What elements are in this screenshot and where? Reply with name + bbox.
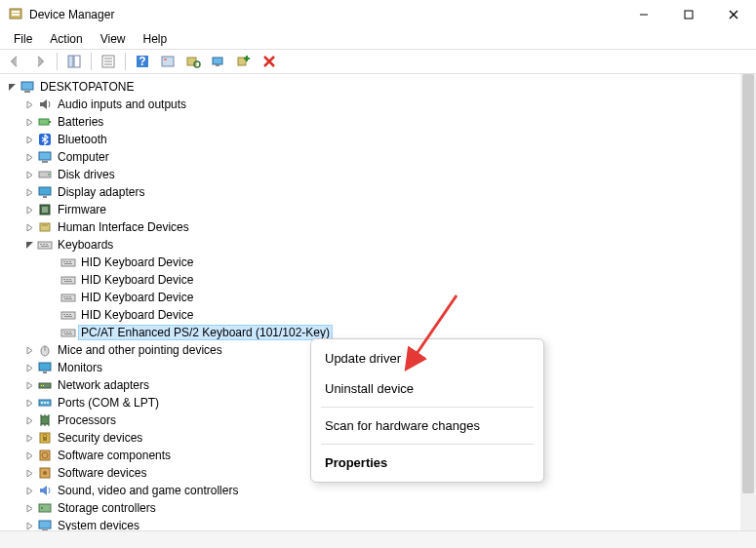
tree-item-label: Keyboards [58,238,113,252]
expand-icon[interactable] [23,520,35,530]
tree-category[interactable]: Display adapters [0,183,756,201]
tree-category[interactable]: Firmware [0,201,756,218]
context-separator [321,444,534,445]
expand-icon[interactable] [23,151,35,163]
expand-icon[interactable] [23,450,35,461]
context-properties[interactable]: Properties [311,448,543,478]
context-separator [321,407,534,408]
tree-item-label: Display adapters [58,185,144,199]
battery-icon [37,114,53,130]
firmware-icon [37,202,53,217]
tree-item-label: Computer [58,150,109,164]
tree-category[interactable]: Keyboards [0,236,756,254]
expand-icon[interactable] [23,186,35,198]
show-hide-tree-button[interactable] [63,51,85,72]
tree-item-label: Storage controllers [58,501,156,515]
expand-icon[interactable] [23,379,35,391]
tree-item-label: Software components [58,449,171,462]
help-button[interactable]: ? [132,51,153,72]
tree-item-label: Batteries [58,115,103,129]
collapse-icon[interactable] [23,239,35,251]
svg-rect-8 [74,56,80,67]
menu-file[interactable]: File [6,30,40,48]
menu-help[interactable]: Help [136,30,176,48]
tree-root-node[interactable]: DESKTOPATONE [0,78,756,96]
toolbar-separator [57,53,58,70]
svg-rect-15 [162,57,174,66]
tree-item-label: Sound, video and game controllers [58,484,238,497]
toolbar-separator [91,53,92,70]
monitor-icon [37,360,53,375]
close-button[interactable] [711,0,756,29]
tree-device[interactable]: HID Keyboard Device [0,306,756,324]
svg-rect-20 [216,64,219,66]
expand-icon[interactable] [23,397,35,409]
expand-icon[interactable] [23,502,35,514]
tree-category[interactable]: Batteries [0,113,756,131]
collapse-icon[interactable] [6,81,18,93]
minimize-button[interactable] [621,0,666,29]
expand-icon[interactable] [23,344,35,356]
tree-device[interactable]: HID Keyboard Device [0,289,756,306]
scan-hardware-button[interactable] [182,51,204,72]
tree-category[interactable]: Bluetooth [0,131,756,148]
expand-icon[interactable] [23,414,35,426]
tree-item-label: Network adapters [58,378,149,392]
forward-button[interactable] [29,51,51,72]
tree-item-label: Software devices [58,466,146,480]
expand-icon[interactable] [23,485,35,496]
update-driver-button[interactable] [208,51,229,72]
maximize-button[interactable] [666,0,711,29]
keyboard-icon [60,307,76,323]
tree-category[interactable]: Audio inputs and outputs [0,96,756,113]
expand-icon[interactable] [23,362,35,373]
scrollbar[interactable] [740,74,756,530]
expand-icon[interactable] [23,221,35,233]
tree-item-label: Mice and other pointing devices [58,343,222,357]
tree-category[interactable]: System devices [0,517,756,530]
context-menu: Update driver Uninstall device Scan for … [310,338,544,483]
tree-category[interactable]: Sound, video and game controllers [0,482,756,499]
system-icon [37,518,53,530]
tree-device[interactable]: HID Keyboard Device [0,254,756,271]
expand-icon[interactable] [23,116,35,128]
expand-icon[interactable] [23,467,35,479]
tree-category[interactable]: Storage controllers [0,499,756,517]
storage-icon [37,500,53,516]
svg-rect-2 [12,14,20,16]
add-hardware-button[interactable] [233,51,255,72]
toolbar-action-button[interactable] [157,51,179,72]
uninstall-button[interactable] [259,51,280,72]
svg-text:?: ? [139,55,145,68]
context-scan-hardware[interactable]: Scan for hardware changes [311,411,543,441]
properties-button[interactable] [98,51,119,72]
port-icon [37,395,53,411]
tree-item-label: PC/AT Enhanced PS/2 Keyboard (101/102-Ke… [78,325,333,340]
computer-icon [20,79,35,95]
expand-icon[interactable] [23,432,35,444]
tree-item-label: HID Keyboard Device [81,255,193,269]
expand-icon[interactable] [23,134,35,145]
context-uninstall-device[interactable]: Uninstall device [311,373,543,404]
tree-item-label: HID Keyboard Device [81,273,193,287]
expand-icon[interactable] [23,204,35,215]
expand-icon[interactable] [23,98,35,110]
scrollbar-thumb[interactable] [742,74,754,493]
tree-device[interactable]: HID Keyboard Device [0,271,756,289]
back-button[interactable] [4,51,25,72]
menu-view[interactable]: View [93,30,134,48]
context-update-driver[interactable]: Update driver [311,343,543,373]
tree-item-label: Audio inputs and outputs [58,98,186,111]
disk-icon [37,167,53,182]
tree-category[interactable]: Computer [0,148,756,166]
menubar: File Action View Help [0,29,756,49]
keyboard-icon [60,290,76,305]
sound-icon [37,483,53,498]
display-icon [37,184,53,200]
tree-category[interactable]: Human Interface Devices [0,218,756,236]
tree-category[interactable]: Disk drives [0,166,756,183]
expand-icon[interactable] [23,169,35,180]
menu-action[interactable]: Action [42,30,90,48]
svg-rect-16 [164,59,167,60]
keyboard-icon [37,237,53,253]
